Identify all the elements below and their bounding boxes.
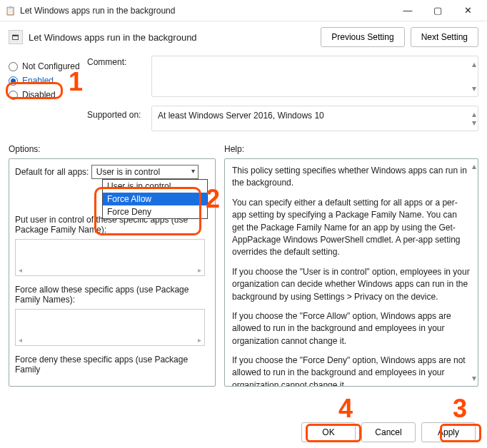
dropdown-option-user-control[interactable]: User is in control [103, 180, 207, 193]
help-p5: If you choose the "Force Deny" option, W… [232, 355, 471, 387]
gpo-icon: 📋 [4, 5, 16, 16]
radio-icon [9, 62, 18, 71]
next-setting-button[interactable]: Next Setting [411, 27, 478, 47]
comment-row: Comment: ▴ ▾ [87, 56, 478, 97]
dropdown-option-force-deny[interactable]: Force Deny [103, 205, 207, 218]
columns: Options: Default for all apps: User is i… [0, 137, 487, 387]
policy-title: Let Windows apps run in the background [29, 32, 315, 43]
options-panel: Default for all apps: User is in control… [9, 158, 216, 387]
apply-button[interactable]: Apply [421, 422, 476, 442]
radio-label: Not Configured [22, 61, 80, 71]
previous-setting-button[interactable]: Previous Setting [321, 27, 404, 47]
help-text: This policy setting specifies whether Wi… [224, 158, 478, 387]
force-deny-label: Force deny these specific apps (use Pack… [15, 355, 209, 375]
annotation-4: 4 [338, 394, 353, 424]
comment-label: Comment: [87, 56, 151, 97]
options-heading: Options: [9, 144, 216, 154]
put-user-control-list[interactable]: ◂ ▸ [15, 239, 205, 276]
radio-enabled[interactable]: Enabled [9, 76, 87, 86]
titlebar: 📋 Let Windows apps run in the background… [0, 0, 487, 21]
supported-label: Supported on: [87, 106, 151, 120]
dropdown-option-force-allow[interactable]: Force Allow [103, 193, 207, 205]
scroll-up-icon[interactable]: ▴ [472, 59, 476, 69]
scroll-down-icon[interactable]: ▾ [472, 372, 476, 385]
policy-icon: 🗔 [9, 30, 23, 44]
minimize-button[interactable]: — [393, 0, 423, 21]
help-p4: If you choose the "Force Allow" option, … [232, 310, 471, 347]
window-title: Let Windows apps run in the background [20, 6, 393, 16]
options-column: Options: Default for all apps: User is i… [9, 140, 216, 387]
help-column: Help: This policy setting specifies whet… [224, 140, 478, 387]
scroll-up-icon[interactable]: ▴ [472, 161, 476, 173]
scroll-down-icon[interactable]: ▾ [472, 118, 476, 128]
upper-section: Not Configured Enabled Disabled Comment:… [0, 53, 487, 137]
force-allow-list[interactable]: ◂ ▸ [15, 309, 205, 346]
dialog-buttons: OK Cancel Apply [296, 422, 476, 442]
radio-disabled[interactable]: Disabled [9, 90, 87, 100]
scroll-right-icon[interactable]: ▸ [198, 336, 201, 344]
cancel-button[interactable]: Cancel [361, 422, 416, 442]
help-p2: You can specify either a default setting… [232, 197, 471, 259]
maximize-button[interactable]: ▢ [423, 0, 453, 21]
scroll-right-icon[interactable]: ▸ [198, 266, 201, 274]
help-p3: If you choose the "User is in control" o… [232, 266, 471, 303]
radio-not-configured[interactable]: Not Configured [9, 61, 87, 71]
scroll-left-icon[interactable]: ◂ [19, 336, 22, 344]
radio-icon [9, 91, 18, 100]
force-allow-label: Force allow these specific apps (use Pac… [15, 285, 209, 305]
annotation-3: 3 [453, 394, 467, 424]
default-label: Default for all apps: [15, 167, 89, 177]
radio-group: Not Configured Enabled Disabled [9, 56, 87, 131]
help-heading: Help: [224, 144, 478, 154]
comment-textarea[interactable]: ▴ ▾ [151, 56, 478, 97]
help-p1: This policy setting specifies whether Wi… [232, 165, 471, 190]
default-dropdown-list: User is in control Force Allow Force Den… [102, 179, 208, 219]
header: 🗔 Let Windows apps run in the background… [0, 21, 487, 53]
scroll-down-icon[interactable]: ▾ [472, 83, 476, 93]
supported-row: Supported on: At least Windows Server 20… [87, 106, 478, 131]
radio-label: Enabled [22, 76, 54, 86]
radio-icon [9, 76, 18, 86]
help-scrollbar[interactable]: ▴ ▾ [466, 159, 478, 386]
radio-label: Disabled [22, 90, 56, 100]
supported-value: At least Windows Server 2016, Windows 10 [158, 111, 324, 121]
close-button[interactable]: ✕ [453, 0, 483, 21]
default-dropdown[interactable]: User is in control [91, 165, 199, 179]
supported-box: At least Windows Server 2016, Windows 10… [151, 106, 478, 131]
scroll-left-icon[interactable]: ◂ [19, 266, 22, 274]
ok-button[interactable]: OK [301, 422, 356, 442]
right-column: Comment: ▴ ▾ Supported on: At least Wind… [87, 56, 478, 131]
